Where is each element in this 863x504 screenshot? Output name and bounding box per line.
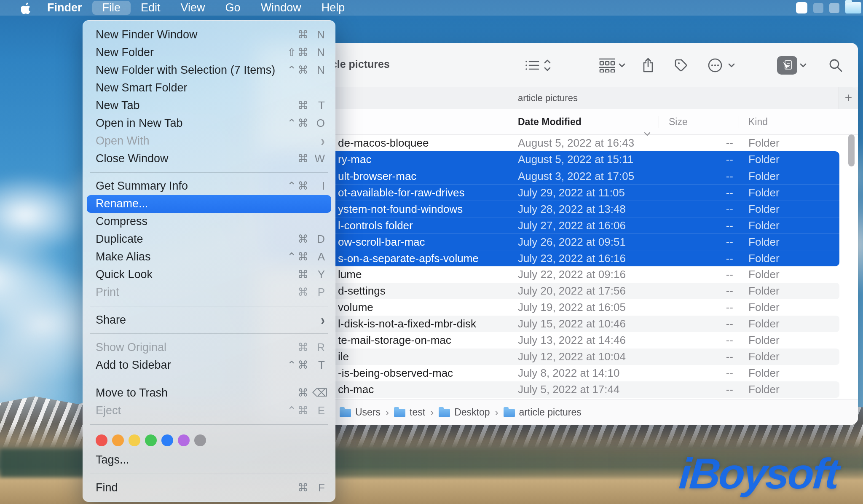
new-tab-button[interactable]: +	[839, 87, 858, 109]
column-header-date-modified[interactable]: Date Modified	[518, 109, 582, 135]
menu-item-rename[interactable]: Rename...	[87, 195, 331, 213]
cell-name: ch-mac	[338, 381, 374, 398]
cell-size: --	[690, 151, 733, 168]
view-list-picker-icon[interactable]	[525, 43, 539, 87]
menu-item-new-finder-window[interactable]: New Finder Window⌘N	[83, 26, 335, 43]
menu-item-new-smart-folder[interactable]: New Smart Folder	[83, 79, 335, 97]
file-row-ile[interactable]: ileJuly 12, 2022 at 10:04--Folder	[260, 349, 839, 365]
cell-date: July 29, 2022 at 11:05	[518, 185, 625, 201]
cell-kind: Folder	[748, 168, 780, 185]
menu-item-duplicate[interactable]: Duplicate⌘D	[83, 231, 335, 248]
file-row-te-mail-storage-on-mac[interactable]: te-mail-storage-on-macJuly 13, 2022 at 1…	[260, 332, 839, 349]
menu-item-move-to-trash[interactable]: Move to Trash⌘⌫	[83, 384, 335, 402]
tag-color-dot[interactable]	[112, 434, 124, 446]
tag-color-dot[interactable]	[161, 434, 173, 446]
cell-name: te-mail-storage-on-mac	[338, 332, 451, 349]
menu-item-share[interactable]: Share›	[83, 311, 335, 329]
cell-name: l-disk-is-not-a-fixed-mbr-disk	[338, 316, 476, 332]
scrollbar-thumb[interactable]	[848, 134, 855, 166]
menubar-item-edit[interactable]: Edit	[131, 1, 171, 15]
menu-item-get-summary-info[interactable]: Get Summary Info⌃⌘I	[83, 177, 335, 195]
breadcrumb-desktop[interactable]: Desktop	[439, 407, 490, 418]
screen-control-chevron-icon[interactable]	[800, 43, 807, 87]
menu-item-close-window[interactable]: Close Window⌘W	[83, 150, 335, 167]
menubar-item-finder[interactable]: Finder	[37, 1, 92, 15]
file-list: de-macos-bloqueeAugust 5, 2022 at 16:43-…	[260, 135, 839, 398]
menu-item-make-alias[interactable]: Make Alias⌃⌘A	[83, 248, 335, 266]
group-chevron-down-icon[interactable]	[619, 43, 625, 87]
ghost-app-icon[interactable]	[813, 3, 823, 13]
menubar-item-view[interactable]: View	[171, 1, 215, 15]
apple-menu-icon[interactable]	[21, 2, 31, 14]
tag-color-dot[interactable]	[145, 434, 157, 446]
file-row-volume[interactable]: volumeJuly 19, 2022 at 16:05--Folder	[260, 299, 839, 316]
file-row-ch-mac[interactable]: ch-macJuly 5, 2022 at 17:44--Folder	[260, 381, 839, 398]
list-column-headers: Date Modified Size Kind	[257, 109, 858, 135]
share-icon[interactable]	[642, 43, 654, 87]
path-bar: Users›test›Desktop›article pictures	[257, 399, 858, 425]
menubar-item-help[interactable]: Help	[311, 1, 355, 15]
menubar-folder-icon[interactable]	[845, 2, 861, 13]
breadcrumb-test[interactable]: test	[394, 407, 425, 418]
menu-item-quick-look[interactable]: Quick Look⌘Y	[83, 266, 335, 284]
menu-item-tags[interactable]: Tags...	[83, 451, 335, 469]
tag-color-dot[interactable]	[129, 434, 140, 446]
menu-item-compress[interactable]: Compress	[83, 213, 335, 231]
column-header-kind[interactable]: Kind	[748, 109, 768, 135]
tag-color-dot[interactable]	[96, 434, 107, 446]
file-row-ystem-not-found-windows[interactable]: ystem-not-found-windowsJuly 28, 2022 at …	[260, 201, 839, 217]
menubar-item-file[interactable]: File	[92, 1, 131, 15]
file-row-l-controls-folder[interactable]: l-controls folderJuly 27, 2022 at 16:06-…	[260, 217, 839, 233]
more-chevron-down-icon[interactable]	[728, 43, 735, 87]
shortcut-modifiers: ⌃⌘	[287, 117, 310, 130]
file-row-d-settings[interactable]: d-settingsJuly 20, 2022 at 17:56--Folder	[260, 283, 839, 299]
breadcrumb-article-pictures[interactable]: article pictures	[504, 407, 582, 418]
menubar-item-go[interactable]: Go	[215, 1, 251, 15]
file-row-ry-mac[interactable]: ry-macAugust 5, 2022 at 15:11--Folder	[260, 151, 839, 168]
menu-item-find[interactable]: Find⌘F	[83, 479, 335, 496]
menu-item-label: Print	[96, 286, 119, 299]
shortcut-key: E	[312, 404, 325, 417]
column-header-size[interactable]: Size	[669, 109, 688, 135]
menu-item-new-folder[interactable]: New Folder⇧⌘N	[83, 43, 335, 61]
breadcrumb-users[interactable]: Users	[340, 407, 381, 418]
file-row-s-on-a-separate-apfs-volume[interactable]: s-on-a-separate-apfs-volumeJuly 23, 2022…	[260, 250, 839, 266]
tab-article-pictures[interactable]: article pictures	[485, 87, 611, 109]
tag-color-dot[interactable]	[194, 434, 206, 446]
cell-name: lume	[338, 266, 362, 283]
sort-chevrons-icon[interactable]	[544, 43, 551, 87]
cell-kind: Folder	[748, 201, 780, 217]
breadcrumb-label: Desktop	[454, 407, 490, 418]
shortcut-modifiers: ⌘	[297, 28, 310, 41]
menu-item-new-tab[interactable]: New Tab⌘T	[83, 97, 335, 114]
menubar-item-window[interactable]: Window	[251, 1, 311, 15]
file-row-ow-scroll-bar-mac[interactable]: ow-scroll-bar-macJuly 26, 2022 at 09:51-…	[260, 233, 839, 250]
cell-size: --	[690, 217, 733, 234]
tag-color-dot[interactable]	[178, 434, 190, 446]
cell-kind: Folder	[748, 250, 780, 267]
screen-control-button[interactable]	[777, 43, 797, 87]
shortcut-modifiers: ⌘	[297, 152, 310, 165]
cell-size: --	[690, 316, 733, 332]
cell-date: July 28, 2022 at 13:48	[518, 201, 626, 217]
menu-item-new-folder-with-selection-7-items[interactable]: New Folder with Selection (7 Items)⌃⌘N	[83, 61, 335, 79]
file-row-ult-browser-mac[interactable]: ult-browser-macAugust 3, 2022 at 17:05--…	[260, 168, 839, 184]
tag-icon[interactable]	[674, 43, 688, 87]
article-pictures-folder-icon	[504, 409, 515, 417]
display-status-icon[interactable]	[796, 2, 807, 13]
file-row-is-being-observed-mac[interactable]: -is-being-observed-macJuly 8, 2022 at 14…	[260, 365, 839, 381]
search-icon[interactable]	[828, 43, 843, 87]
file-row-ot-available-for-raw-drives[interactable]: ot-available-for-raw-drivesJuly 29, 2022…	[260, 184, 839, 201]
menu-item-add-to-sidebar[interactable]: Add to Sidebar⌃⌘T	[83, 357, 335, 374]
group-items-icon[interactable]	[599, 43, 615, 87]
file-row-de-macos-bloquee[interactable]: de-macos-bloqueeAugust 5, 2022 at 16:43-…	[260, 135, 839, 151]
more-actions-icon[interactable]	[707, 43, 723, 87]
menu-item-open-in-new-tab[interactable]: Open in New Tab⌃⌘O	[83, 114, 335, 132]
shortcut-modifiers: ⌘	[297, 99, 310, 112]
shortcut-modifiers: ⌘	[297, 481, 310, 494]
menu-item-label: New Folder	[96, 46, 154, 59]
file-row-l-disk-is-not-a-fixed-mbr-disk[interactable]: l-disk-is-not-a-fixed-mbr-diskJuly 15, 2…	[260, 316, 839, 332]
ghost-app-icon-2[interactable]	[829, 3, 839, 13]
cell-name: ystem-not-found-windows	[338, 201, 463, 217]
file-row-lume[interactable]: lumeJuly 22, 2022 at 09:16--Folder	[260, 266, 839, 283]
